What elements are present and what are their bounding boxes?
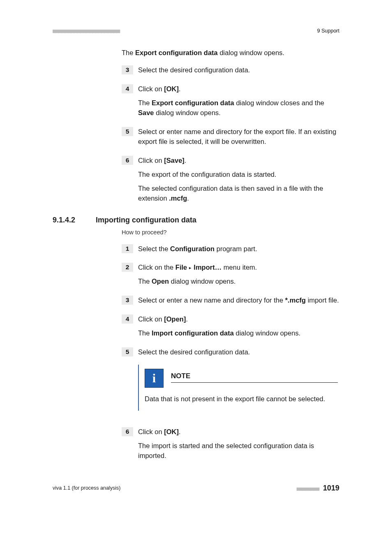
button-label: [OK] <box>164 85 179 92</box>
step-number: 6 <box>122 427 133 436</box>
step-number: 1 <box>122 244 133 253</box>
step-number: 5 <box>122 127 133 136</box>
text: Click on <box>138 428 164 435</box>
footer-left: viva 1.1 (for process analysis) <box>53 484 120 492</box>
text: . <box>187 194 189 202</box>
step-text: Select the desired configuration data. <box>138 347 339 357</box>
text: . <box>186 315 188 323</box>
text: menu item. <box>221 264 257 271</box>
text: import file. <box>306 296 339 304</box>
step-text: Select the desired configuration data. <box>138 65 339 75</box>
program-part: Configuration <box>170 245 214 252</box>
step-5: 5 Select or enter name and directory for… <box>122 127 339 147</box>
text: The <box>138 99 152 106</box>
step-text: Click on [OK]. <box>138 84 339 94</box>
text: Click on <box>138 85 164 92</box>
step-1: 1 Select the Configuration program part. <box>122 244 339 254</box>
dialog-name: Import configuration data <box>152 329 234 337</box>
step-number: 3 <box>122 296 133 305</box>
note-title: NOTE <box>171 371 338 383</box>
text: dialog window opens. <box>218 49 284 56</box>
step-3: 3 Select the desired configuration data. <box>122 65 339 75</box>
note-body: Data that is not present in the export f… <box>139 389 339 411</box>
step-5: 5 Select the desired configuration data.… <box>122 347 339 418</box>
step-text: The export of the configuration data is … <box>138 170 339 180</box>
text: The selected configuration data is then … <box>138 185 323 202</box>
step-text: The Open dialog window opens. <box>138 277 339 287</box>
step-number: 5 <box>122 347 133 356</box>
dialog-name: Export configuration data <box>152 99 234 106</box>
text: Click on the <box>138 264 175 271</box>
step-number: 4 <box>122 84 133 93</box>
step-text: Click on [Open]. <box>138 314 339 324</box>
section-number: 9.1.4.2 <box>53 215 96 225</box>
text: . <box>179 85 181 92</box>
header-decor-left: ■■■■■■■■■■■■■■■■■■■■■■ <box>53 27 120 35</box>
intro-paragraph: The Export configuration data dialog win… <box>122 48 339 58</box>
dialog-name: Save <box>138 109 154 116</box>
step-text: Click on the File ▸ Import… menu item. <box>138 263 339 273</box>
file-extension: .mcfg <box>169 194 187 202</box>
button-label: [Save] <box>164 157 184 164</box>
step-6: 6 Click on [OK]. The import is started a… <box>122 427 339 461</box>
page: ■■■■■■■■■■■■■■■■■■■■■■ 9 Support The Exp… <box>0 0 392 555</box>
text: The <box>138 329 152 337</box>
text: Click on <box>138 315 164 323</box>
step-number: 4 <box>122 314 133 324</box>
menu-separator-icon: ▸ <box>187 265 194 270</box>
page-footer: viva 1.1 (for process analysis) ■■■■■■■■… <box>53 483 339 493</box>
text: . <box>184 157 187 164</box>
note-box: i NOTE Data that is not present in the e… <box>138 365 339 411</box>
step-6: 6 Click on [Save]. The export of the con… <box>122 156 339 204</box>
dialog-name: Open <box>152 278 169 285</box>
text: dialog window opens. <box>154 109 221 116</box>
step-number: 2 <box>122 263 133 272</box>
menu-name: File <box>175 264 187 271</box>
step-text: Select or enter name and directory for t… <box>138 127 339 147</box>
text: . <box>179 428 181 435</box>
text: Select the <box>138 245 170 252</box>
step-number: 6 <box>122 156 133 165</box>
header-section-label: 9 Support <box>317 27 339 35</box>
button-label: [Open] <box>164 315 186 323</box>
page-number: 1019 <box>323 484 339 492</box>
button-label: [OK] <box>164 428 179 435</box>
step-text: The Export configuration data dialog win… <box>138 98 339 118</box>
text: The <box>138 278 152 285</box>
text: program part. <box>214 245 257 252</box>
section-heading: 9.1.4.2 Importing configuration data <box>53 215 339 225</box>
text: Click on <box>138 157 164 164</box>
file-pattern: *.mcfg <box>285 296 306 304</box>
footer-right: ■■■■■■■■ 1019 <box>297 483 339 493</box>
step-2: 2 Click on the File ▸ Import… menu item.… <box>122 263 339 287</box>
step-3: 3 Select or enter a new name and directo… <box>122 296 339 305</box>
how-to-proceed: How to proceed? <box>122 228 339 237</box>
text: dialog window opens. <box>169 278 235 285</box>
step-text: The import is started and the selected c… <box>138 441 339 461</box>
text: dialog window opens. <box>234 329 300 337</box>
step-text: The Import configuration data dialog win… <box>138 328 339 338</box>
info-icon: i <box>145 369 164 388</box>
section-title: Importing configuration data <box>96 215 196 225</box>
step-4: 4 Click on [OK]. The Export configuratio… <box>122 84 339 118</box>
step-4: 4 Click on [Open]. The Import configurat… <box>122 314 339 338</box>
menu-item: Import… <box>194 264 221 271</box>
page-header: ■■■■■■■■■■■■■■■■■■■■■■ 9 Support <box>53 27 339 35</box>
step-number: 3 <box>122 65 133 74</box>
text: The <box>122 49 135 56</box>
step-text: The selected configuration data is then … <box>138 184 339 204</box>
step-text: Click on [Save]. <box>138 156 339 166</box>
step-text: Select or enter a new name and directory… <box>138 296 339 305</box>
step-text: Select the Configuration program part. <box>138 244 339 254</box>
text: Select or enter a new name and directory… <box>138 296 285 304</box>
info-icon-glyph: i <box>152 369 156 387</box>
text: dialog window closes and the <box>234 99 324 106</box>
footer-decor: ■■■■■■■■ <box>297 486 319 492</box>
dialog-name: Export configuration data <box>135 49 218 56</box>
step-text: Click on [OK]. <box>138 427 339 437</box>
